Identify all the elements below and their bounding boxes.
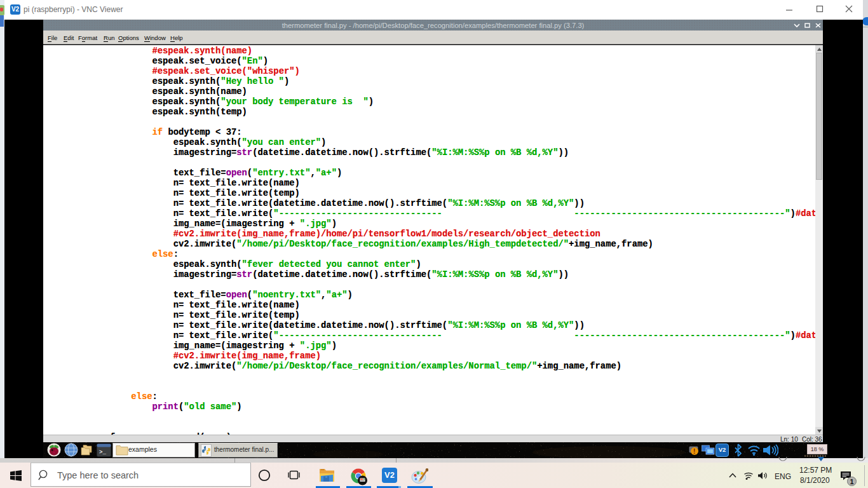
- svg-text:>_: >_: [99, 449, 106, 456]
- svg-text:!: !: [693, 448, 695, 455]
